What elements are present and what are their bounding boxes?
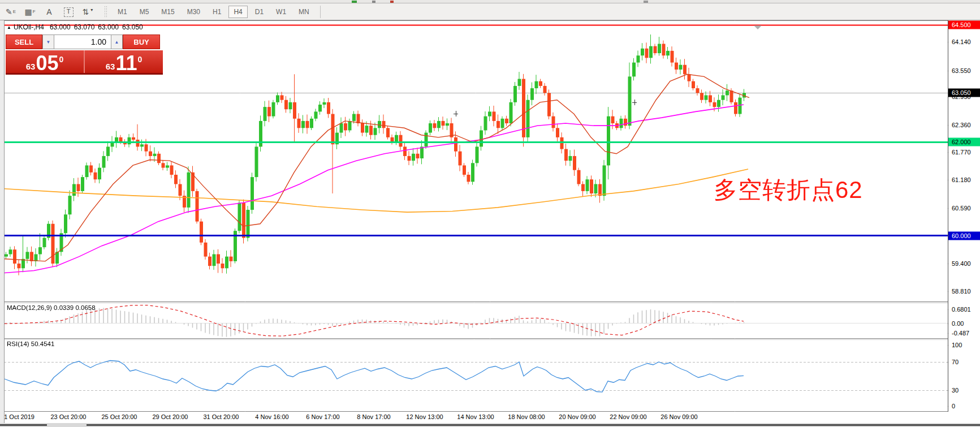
time-axis-label: 8 Nov 17:00 <box>357 413 390 420</box>
price-level-badge: 63.050 <box>948 89 980 97</box>
price-tick-label: 59.400 <box>952 260 971 267</box>
timeframe-w1-button[interactable]: W1 <box>271 6 291 18</box>
collapse-panel-icon[interactable]: ▲ <box>7 25 11 30</box>
time-axis-label: 29 Oct 20:00 <box>153 413 188 420</box>
cropped-icon <box>372 1 375 3</box>
timeframe-m1-button[interactable]: M1 <box>113 6 132 18</box>
text-label-icon[interactable]: A <box>41 5 58 18</box>
buy-price-pips: 11 <box>115 54 137 72</box>
time-axis-label: 6 Nov 17:00 <box>306 413 339 420</box>
rsi-tick-label: 70 <box>952 359 959 365</box>
text-box-icon[interactable]: T <box>60 5 77 18</box>
toolbar-grip[interactable] <box>104 6 107 18</box>
scrollbar-segment[interactable] <box>87 424 980 426</box>
mt4-terminal-window: ✎E▦FAT⇅▾ M1M5M15M30H1H4D1W1MN ▲UKOil-,H4… <box>0 0 980 427</box>
grid-properties-icon: ▦ <box>24 6 32 18</box>
drawing-tools-group: ✎E▦FAT⇅▾ <box>0 5 96 18</box>
timeframe-d1-button[interactable]: D1 <box>250 6 269 18</box>
timeframe-mn-button[interactable]: MN <box>293 6 314 18</box>
ohlc-low: 63.000 <box>98 23 119 31</box>
ohlc-open: 63.000 <box>50 23 71 31</box>
price-tick-label: 64.140 <box>952 38 971 45</box>
macd-tick-label: -0.487 <box>952 330 969 337</box>
rsi-indicator-label: RSI(14) 50.4541 <box>7 340 54 347</box>
symbol-title: UKOil-,H4 <box>14 23 44 31</box>
sell-price-whole: 63 <box>26 62 36 71</box>
left-window-edge <box>0 20 5 423</box>
timeframe-m30-button[interactable]: M30 <box>182 6 205 18</box>
buy-price-tile[interactable]: 63 11 0 <box>84 50 163 73</box>
price-tick-label: 61.770 <box>952 149 971 156</box>
icon-subscript: F <box>33 6 36 18</box>
time-axis-label: 14 Nov 13:00 <box>457 413 494 420</box>
price-tick-label: 61.180 <box>952 176 971 183</box>
arrows-objects-icon: ⇅ <box>83 6 89 18</box>
time-axis-label: 25 Oct 20:00 <box>102 413 137 420</box>
cropped-icon <box>352 1 357 3</box>
grid-properties-icon[interactable]: ▦F <box>21 5 38 18</box>
toolbar-separator <box>320 6 321 18</box>
sell-price-pips: 05 <box>36 54 58 72</box>
time-axis-label: 21 Oct 2019 <box>1 413 34 420</box>
time-axis-label: 12 Nov 13:00 <box>406 413 443 420</box>
timeframe-m5-button[interactable]: M5 <box>135 6 154 18</box>
time-axis-label: 22 Nov 09:00 <box>610 413 646 420</box>
timeframe-m15-button[interactable]: M15 <box>156 6 179 18</box>
price-tick-label: 62.360 <box>952 122 971 128</box>
rsi-tick-label: 100 <box>952 342 962 348</box>
ohlc-close: 63.050 <box>122 23 143 31</box>
cropped-icon <box>644 1 648 3</box>
time-axis-label: 20 Nov 09:00 <box>559 413 595 420</box>
time-axis-label: 26 Nov 09:00 <box>660 413 697 420</box>
price-level-badge: 64.500 <box>948 21 980 29</box>
text-box-icon: T <box>64 7 74 17</box>
timeframes-group: M1M5M15M30H1H4D1W1MN <box>111 6 316 18</box>
bottom-window-edge <box>0 423 980 427</box>
timeframe-h4-button[interactable]: H4 <box>228 6 247 18</box>
buy-price-point: 0 <box>137 55 142 63</box>
volume-decrease-button[interactable]: ▼ <box>42 34 54 49</box>
rsi-tick-label: 30 <box>952 387 959 394</box>
chart-text-annotation: 多空转折点62 <box>714 174 863 206</box>
time-axis-label: 31 Oct 20:00 <box>204 413 239 420</box>
volume-input[interactable] <box>54 34 111 49</box>
time-axis[interactable]: 21 Oct 201923 Oct 20:0025 Oct 20:0029 Oc… <box>0 412 980 423</box>
draw-styles-icon: ✎ <box>6 6 12 18</box>
time-axis-label: 23 Oct 20:00 <box>51 413 87 420</box>
text-label-icon: A <box>46 6 51 18</box>
chart-toolbar: ✎E▦FAT⇅▾ M1M5M15M30H1H4D1W1MN <box>0 3 980 20</box>
sell-price-point: 0 <box>59 55 63 63</box>
price-tick-label: 63.550 <box>952 67 971 74</box>
macd-indicator-label: MACD(12,26,9) 0.0339 0.0658 <box>7 304 96 311</box>
price-level-badge: 60.000 <box>948 232 980 240</box>
arrows-objects-icon[interactable]: ⇅▾ <box>79 5 96 18</box>
scrollbar-segment[interactable] <box>0 424 47 426</box>
icon-subscript: E <box>13 6 16 18</box>
time-axis-label: 4 Nov 16:00 <box>255 413 288 420</box>
one-click-trading-panel: SELL ▼ ▲ BUY 63 05 0 63 11 0 <box>6 34 163 75</box>
sell-button[interactable]: SELL <box>6 34 42 49</box>
macd-tick-label: 0.6801 <box>952 306 971 313</box>
price-tick-label: 60.590 <box>952 205 971 212</box>
chart-title-bar: ▲UKOil-,H463.00063.07063.00063.050 <box>7 23 146 31</box>
buy-button[interactable]: BUY <box>123 34 160 49</box>
price-tick-label: 58.810 <box>952 288 971 295</box>
volume-increase-button[interactable]: ▲ <box>111 34 123 49</box>
sell-price-tile[interactable]: 63 05 0 <box>6 50 84 73</box>
price-level-badge: 62.000 <box>948 138 980 146</box>
ohlc-high: 63.070 <box>74 23 95 31</box>
rsi-tick-label: 0 <box>952 403 955 409</box>
buy-price-whole: 63 <box>106 62 115 71</box>
time-axis-label: 18 Nov 08:00 <box>508 413 545 420</box>
draw-styles-icon[interactable]: ✎E <box>2 5 19 18</box>
dropdown-caret-icon[interactable]: ▾ <box>90 4 93 16</box>
timeframe-h1-button[interactable]: H1 <box>208 6 226 18</box>
macd-tick-label: 0.00 <box>952 320 964 327</box>
cropped-icon <box>390 1 394 3</box>
price-axis[interactable]: 64.14063.55062.95062.36061.77061.18060.5… <box>948 20 980 423</box>
